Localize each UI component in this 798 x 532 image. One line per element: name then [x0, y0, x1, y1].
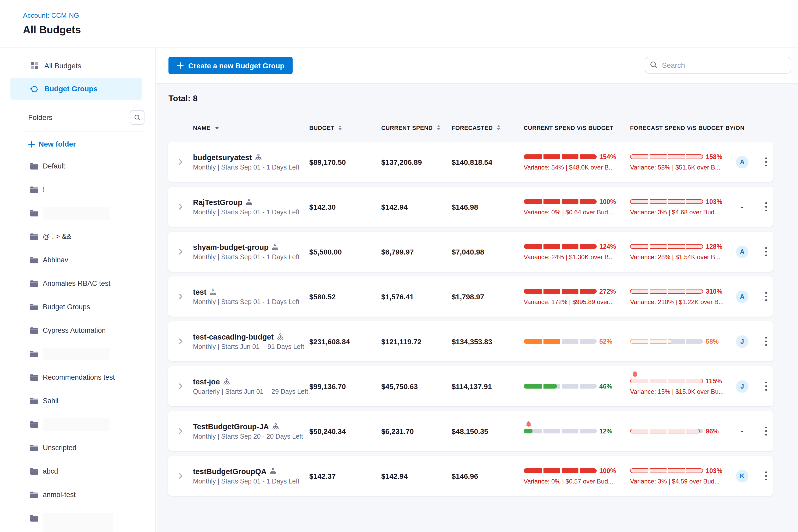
budget-group-name-cell: budgetsuryatestMonthly | Starts Sep 01 -… [193, 153, 309, 171]
percent-label: 103% [706, 467, 722, 474]
budget-group-name[interactable]: test-joe [193, 377, 309, 386]
row-menu-button[interactable] [759, 379, 774, 393]
budget-group-name[interactable]: test [193, 288, 309, 296]
by-on-cell: J [725, 380, 759, 393]
budget-group-name-cell: testMonthly | Starts Sep 01 - 1 Days Lef… [193, 288, 309, 305]
column-header-budget[interactable]: BUDGET [309, 125, 381, 131]
expand-chevron-icon[interactable] [168, 204, 193, 210]
avatar: J [736, 335, 748, 348]
folder-item[interactable]: Cypress Automation [0, 319, 155, 342]
segment-divider [685, 428, 686, 434]
progress-line: 154% [524, 153, 630, 160]
sidebar: All Budgets Budget Groups Folders New fo… [0, 48, 156, 532]
folder-search-button[interactable] [130, 110, 145, 125]
row-menu-button[interactable] [759, 200, 774, 214]
forecasted-value: $48,150.35 [452, 427, 524, 435]
folder-item[interactable]: Budget Groups [0, 295, 155, 319]
forecasted-value: $146.96 [452, 472, 524, 480]
folder-item[interactable]: Abhinav [0, 248, 155, 272]
hierarchy-icon [223, 378, 230, 385]
sidebar-item-budget-groups[interactable]: Budget Groups [11, 78, 142, 100]
folder-item[interactable]: Recommendations test [0, 366, 155, 389]
search-icon [650, 61, 658, 71]
expand-chevron-icon[interactable] [168, 473, 193, 479]
current-vs-budget-cell: 52% [524, 338, 630, 345]
progress-bar [630, 289, 703, 293]
folder-label: Anomalies RBAC test [43, 280, 111, 287]
current-spend-value: $6,799.97 [381, 247, 452, 256]
segment-divider [542, 339, 543, 344]
folder-item[interactable]: Sahil [0, 389, 155, 413]
progress-fill [524, 429, 533, 433]
folder-item[interactable]: Default [0, 154, 155, 178]
row-menu-button[interactable] [759, 469, 774, 483]
percent-label: 12% [599, 428, 612, 435]
segment-divider [542, 244, 543, 249]
row-menu-button[interactable] [759, 290, 774, 303]
grid-icon [30, 61, 39, 70]
by-on-cell: - [725, 203, 759, 211]
sort-icon [437, 125, 440, 130]
avatar: A [736, 290, 748, 303]
expand-chevron-icon[interactable] [168, 158, 193, 165]
segment-divider [560, 428, 562, 434]
column-header-name[interactable]: NAME [193, 125, 309, 131]
sidebar-item-all-budgets[interactable]: All Budgets [11, 55, 142, 77]
folder-item[interactable]: ! [0, 178, 155, 201]
row-menu-button[interactable] [759, 335, 774, 348]
main-toolbar: Create a new Budget Group [156, 48, 798, 84]
account-breadcrumb-link[interactable]: Account: CCM-NG [23, 12, 79, 19]
progress-line: 272% [524, 288, 630, 295]
forecasted-value: $114,137.91 [452, 382, 524, 391]
current-vs-budget-cell: 46% [524, 383, 630, 390]
budget-group-name[interactable]: test-cascading-budget [193, 332, 309, 341]
column-header-forecasted[interactable]: FORECASTED [452, 125, 524, 131]
folder-item[interactable] [0, 342, 155, 366]
budget-group-name-cell: test-joeQuarterly | Starts Jun 01 - -29 … [193, 377, 309, 395]
budget-group-name-cell: test-cascading-budgetMonthly | Starts Ju… [193, 332, 309, 350]
search-input[interactable] [645, 57, 791, 74]
budget-group-name[interactable]: shyam-budget-group [193, 243, 309, 251]
row-menu-button[interactable] [759, 155, 774, 169]
row-menu-button[interactable] [759, 424, 774, 438]
folder-item[interactable]: Unscripted [0, 436, 155, 459]
row-menu-button[interactable] [759, 245, 774, 259]
column-header-current-spend[interactable]: CURRENT SPEND [381, 125, 452, 131]
progress-bar [524, 199, 597, 204]
budget-group-name[interactable]: TestBudgetGroup-JA [193, 422, 309, 431]
folder-item[interactable]: abcd [0, 459, 155, 483]
segment-divider [685, 154, 686, 159]
folder-item[interactable] [0, 413, 155, 436]
folder-item[interactable]: anmol-test [0, 483, 155, 507]
folder-item[interactable] [0, 201, 155, 225]
by-on-cell: - [725, 427, 759, 435]
folder-item[interactable]: @ . > && [0, 225, 155, 248]
redacted-folder-name [43, 348, 110, 360]
expand-chevron-icon[interactable] [168, 293, 193, 300]
segment-divider [648, 428, 650, 434]
expand-chevron-icon[interactable] [168, 428, 193, 435]
sort-icon [497, 125, 500, 130]
redacted-folder-name [43, 207, 110, 219]
folder-label: Sahil [43, 397, 58, 405]
budget-group-name[interactable]: testBudgetGroupQA [193, 467, 309, 475]
folder-icon [30, 233, 39, 240]
sort-icon [339, 125, 342, 130]
budget-group-name[interactable]: budgetsuryatest [193, 153, 309, 162]
new-folder-button[interactable]: New folder [0, 135, 155, 150]
hierarchy-icon [277, 333, 283, 340]
expand-chevron-icon[interactable] [168, 338, 193, 345]
budget-group-name-text: test-joe [193, 377, 220, 386]
forecast-vs-budget-cell: 103%Variance: 3% | $4.68 over Bud... [630, 198, 725, 216]
segment-divider [578, 383, 580, 389]
expand-chevron-icon[interactable] [168, 383, 193, 390]
expand-chevron-icon[interactable] [168, 248, 193, 255]
folder-item[interactable] [0, 507, 155, 530]
folders-divider [23, 131, 145, 131]
budget-group-name[interactable]: RajTestGroup [193, 198, 309, 206]
table-row: test-joeQuarterly | Starts Jun 01 - -29 … [168, 366, 774, 406]
variance-text: Variance: 15% | $15.0K over Bu... [630, 388, 725, 395]
create-budget-group-button[interactable]: Create a new Budget Group [169, 57, 293, 74]
segment-divider [578, 288, 580, 294]
folder-item[interactable]: Anomalies RBAC test [0, 272, 155, 295]
